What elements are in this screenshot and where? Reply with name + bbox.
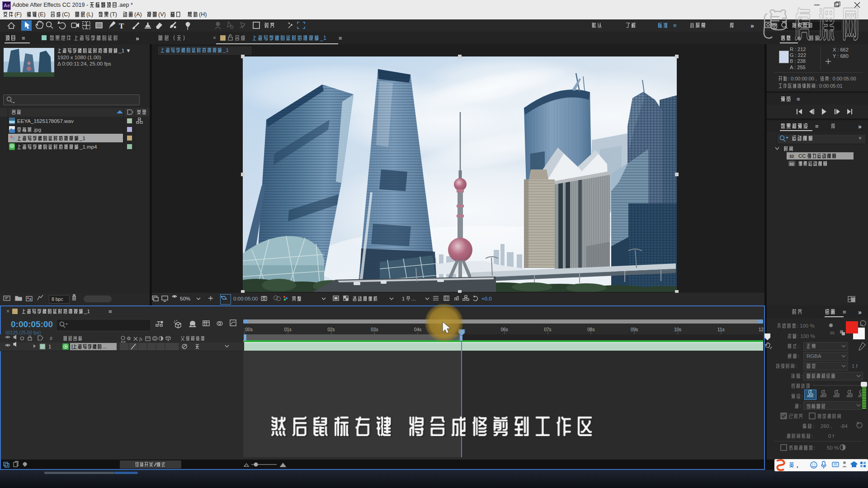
svg-text:0:00:05:00: 0:00:05:00 xyxy=(11,319,53,329)
svg-text:10s: 10s xyxy=(674,327,681,332)
svg-text:(V): (V) xyxy=(158,11,166,18)
svg-text:868 x 488 (1.00): 868 x 488 (1.00) xyxy=(57,55,101,60)
svg-text:_1: _1 xyxy=(79,136,85,141)
svg-text::: : xyxy=(798,343,799,349)
svg-text:_1.mp4: _1.mp4 xyxy=(79,144,97,150)
svg-text:06s: 06s xyxy=(501,327,508,332)
svg-text:≡: ≡ xyxy=(339,35,342,42)
svg-text:04s: 04s xyxy=(414,327,421,332)
svg-text::: : xyxy=(800,404,802,409)
svg-text:...: ... xyxy=(411,296,416,301)
svg-text:-84: -84 xyxy=(840,423,848,429)
svg-text:Y : 680: Y : 680 xyxy=(833,53,849,59)
svg-text:≡: ≡ xyxy=(797,96,800,103)
svg-text:_1: _1 xyxy=(320,35,326,41)
svg-text:RGBA: RGBA xyxy=(807,353,821,359)
svg-text:(C): (C) xyxy=(62,11,70,18)
svg-text:B : 238: B : 238 xyxy=(790,58,806,64)
svg-text:1: 1 xyxy=(402,296,405,301)
svg-text:1: 1 xyxy=(48,344,51,349)
svg-text:86: 86 xyxy=(830,331,835,335)
svg-text:00125 (25.00 fps): 00125 (25.00 fps) xyxy=(5,330,41,335)
svg-text:1: 1 xyxy=(810,392,811,395)
svg-text:(H): (H) xyxy=(199,11,207,18)
svg-text:CC: CC xyxy=(798,153,806,159)
svg-text:_1: _1 xyxy=(84,309,90,314)
svg-text:...: ... xyxy=(103,344,107,349)
svg-text:0 f: 0 f xyxy=(828,433,835,439)
svg-text:(F): (F) xyxy=(14,11,22,18)
svg-text::: : xyxy=(796,363,797,369)
svg-text:32: 32 xyxy=(789,154,794,159)
svg-text:Ae: Ae xyxy=(4,3,10,8)
svg-text:0:00:05:00: 0:00:05:00 xyxy=(233,296,258,301)
svg-text:X : 662: X : 662 xyxy=(833,47,849,52)
svg-text:R : 212: R : 212 xyxy=(790,47,806,52)
svg-text:_1 ▼: _1 ▼ xyxy=(118,48,131,53)
svg-text:4: 4 xyxy=(849,392,851,395)
svg-text:#: # xyxy=(50,336,52,341)
svg-text:»: » xyxy=(858,123,862,130)
svg-text:50 %: 50 % xyxy=(827,445,839,450)
svg-text:(E): (E) xyxy=(38,11,46,18)
svg-text:Δ 0:00:11:24, 25.00 fps: Δ 0:00:11:24, 25.00 fps xyxy=(57,61,111,66)
svg-text:3: 3 xyxy=(836,392,838,395)
svg-text:32: 32 xyxy=(789,162,794,166)
svg-text:.jpg: .jpg xyxy=(33,127,42,132)
svg-text:×: × xyxy=(6,308,9,314)
svg-text:×: × xyxy=(213,35,216,41)
svg-text:03s: 03s xyxy=(371,327,378,332)
svg-text:2: 2 xyxy=(823,392,825,395)
svg-text::: : xyxy=(811,433,813,439)
svg-text:(A): (A) xyxy=(134,11,142,18)
svg-text:11s: 11s xyxy=(717,327,725,332)
svg-text:(T): (T) xyxy=(110,11,117,18)
svg-text::: : xyxy=(814,445,815,450)
svg-text:[: [ xyxy=(71,344,73,349)
svg-text:260 ,: 260 , xyxy=(821,423,832,429)
svg-text:A : 255: A : 255 xyxy=(790,65,806,70)
svg-text:_1: _1 xyxy=(222,47,229,53)
svg-text:≡: ≡ xyxy=(22,35,25,42)
svg-text:»: » xyxy=(750,22,754,29)
svg-text:×: × xyxy=(859,135,862,141)
svg-text:: 100 %: : 100 % xyxy=(797,333,815,339)
svg-text:,: , xyxy=(797,462,798,469)
svg-text:»: » xyxy=(858,309,862,316)
svg-text:EEYA_1525178057.wav: EEYA_1525178057.wav xyxy=(17,118,74,124)
svg-text::: : xyxy=(798,353,799,359)
svg-text:≡: ≡ xyxy=(815,123,819,130)
svg-text:WAV: WAV xyxy=(9,121,15,124)
svg-text::: : xyxy=(802,394,803,399)
svg-text::: : xyxy=(802,373,803,379)
svg-text:50%: 50% xyxy=(180,296,190,301)
svg-text:.aep *: .aep * xyxy=(118,2,133,8)
svg-text:Adobe After Effects CC 2019 -: Adobe After Effects CC 2019 - xyxy=(12,2,88,8)
svg-text::00s: :00s xyxy=(244,327,253,332)
svg-text:G : 222: G : 222 xyxy=(790,52,806,58)
svg-text:01s: 01s xyxy=(284,327,292,332)
svg-text:1 f: 1 f xyxy=(852,363,858,369)
svg-text:07s: 07s xyxy=(544,327,552,332)
svg-text:02s: 02s xyxy=(328,327,335,332)
svg-text:fx: fx xyxy=(139,337,143,342)
svg-text:08s: 08s xyxy=(587,327,594,332)
svg-text:: 0:00:05:01: : 0:00:05:01 xyxy=(816,83,843,89)
svg-text:12: 12 xyxy=(759,327,764,332)
svg-text:(L): (L) xyxy=(86,11,93,18)
svg-text::: : xyxy=(813,423,814,429)
svg-text:: 100 %: : 100 % xyxy=(797,323,815,328)
svg-text:09s: 09s xyxy=(631,327,638,332)
svg-text:+0.0: +0.0 xyxy=(481,296,492,301)
svg-text:≡: ≡ xyxy=(108,308,112,315)
svg-text:: 0:00:00:00: : 0:00:00:00 xyxy=(788,76,814,81)
svg-text:»: » xyxy=(136,35,139,42)
svg-text:: 0:00:05:00: : 0:00:05:00 xyxy=(830,76,856,81)
svg-text:8 bpc: 8 bpc xyxy=(52,296,63,302)
svg-text:≡: ≡ xyxy=(843,309,846,315)
svg-text:T: T xyxy=(119,22,124,30)
svg-text:≡: ≡ xyxy=(673,22,677,29)
